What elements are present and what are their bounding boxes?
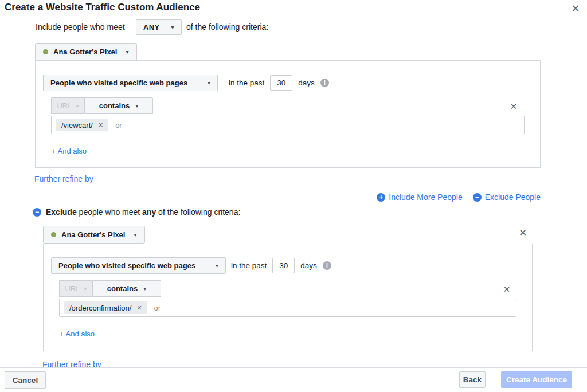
include-more-people-label: Include More People bbox=[389, 193, 462, 202]
chevron-down-icon: ▾ bbox=[208, 80, 210, 86]
url-tag-chip: /viewcart/ ✕ bbox=[56, 119, 108, 131]
plus-circle-icon: + bbox=[377, 193, 385, 202]
operator-value: contains bbox=[99, 101, 130, 110]
pixel-status-dot-icon bbox=[43, 49, 48, 54]
event-type-dropdown-include[interactable]: People who visited specific web pages ▾ bbox=[43, 75, 218, 91]
chevron-down-icon: ▾ bbox=[143, 285, 146, 292]
and-also-link[interactable]: + And also bbox=[60, 330, 95, 338]
days-label: days bbox=[298, 79, 315, 87]
in-the-past-label: in the past bbox=[231, 261, 267, 270]
minus-circle-icon: − bbox=[473, 193, 482, 202]
url-field-label: URL bbox=[65, 284, 80, 293]
pixel-name: Ana Gotter's Pixel bbox=[53, 48, 117, 56]
match-type-dropdown[interactable]: ANY ▾ bbox=[136, 19, 182, 35]
pixel-name: Ana Gotter's Pixel bbox=[61, 230, 125, 239]
pixel-status-dot-icon bbox=[51, 232, 56, 237]
url-field-label: URL bbox=[57, 101, 72, 110]
exclude-section-header: − Exclude people who meet any of the fol… bbox=[33, 207, 240, 217]
operator-dropdown-exclude[interactable]: contains ▾ bbox=[92, 280, 161, 297]
url-value-row: /orderconfirmation/ ✕ bbox=[59, 299, 516, 317]
chevron-down-icon: ▾ bbox=[134, 232, 136, 238]
remove-rule-icon[interactable]: ✕ bbox=[501, 284, 512, 295]
chevron-down-icon: ▾ bbox=[84, 285, 87, 292]
create-audience-button[interactable]: Create Audience bbox=[501, 371, 572, 388]
chevron-down-icon: ▾ bbox=[126, 49, 128, 55]
and-also-link[interactable]: + And also bbox=[52, 147, 87, 155]
dialog-title: Create a Website Traffic Custom Audience bbox=[5, 2, 200, 13]
include-prefix-text: Include people who meet bbox=[36, 22, 125, 32]
audience-actions-row: + Include More People − Exclude People bbox=[377, 193, 541, 202]
info-icon[interactable]: i bbox=[323, 261, 331, 270]
event-type-dropdown-exclude[interactable]: People who visited specific web pages ▾ bbox=[51, 257, 226, 274]
operator-value: contains bbox=[107, 284, 138, 293]
header-divider bbox=[0, 19, 587, 19]
url-value-row: /viewcart/ ✕ bbox=[51, 116, 525, 134]
event-type-value: People who visited specific web pages bbox=[50, 79, 187, 87]
cancel-button[interactable]: Cancel bbox=[5, 371, 46, 389]
match-type-value: ANY bbox=[143, 23, 160, 32]
days-input-include[interactable] bbox=[270, 75, 292, 91]
back-button[interactable]: Back bbox=[459, 371, 486, 388]
exclude-header-text: Exclude people who meet any of the follo… bbox=[46, 207, 240, 217]
remove-exclude-section-icon[interactable]: ✕ bbox=[516, 226, 530, 240]
pixel-dropdown-exclude[interactable]: Ana Gotter's Pixel ▾ bbox=[43, 226, 145, 244]
chip-remove-icon[interactable]: ✕ bbox=[136, 304, 142, 312]
chevron-down-icon: ▾ bbox=[76, 103, 79, 109]
pixel-dropdown-include[interactable]: Ana Gotter's Pixel ▾ bbox=[35, 43, 137, 61]
url-field-dropdown[interactable]: URL ▾ bbox=[51, 97, 84, 114]
exclude-people-link[interactable]: − Exclude People bbox=[473, 193, 541, 202]
close-icon[interactable]: ✕ bbox=[568, 1, 583, 16]
further-refine-link-include[interactable]: Further refine by bbox=[34, 174, 93, 183]
url-input[interactable] bbox=[154, 304, 511, 312]
chip-remove-icon[interactable]: ✕ bbox=[98, 121, 103, 129]
include-more-people-link[interactable]: + Include More People bbox=[377, 193, 462, 202]
in-the-past-label: in the past bbox=[229, 79, 264, 87]
info-icon[interactable]: i bbox=[320, 79, 329, 87]
event-type-value: People who visited specific web pages bbox=[58, 261, 195, 270]
dialog-footer: Cancel Back Create Audience bbox=[0, 367, 587, 392]
url-field-dropdown[interactable]: URL ▾ bbox=[59, 280, 92, 297]
url-tag-chip: /orderconfirmation/ ✕ bbox=[64, 301, 147, 314]
chevron-down-icon: ▾ bbox=[171, 24, 174, 30]
days-label: days bbox=[300, 261, 317, 270]
url-tag-text: /viewcart/ bbox=[61, 121, 93, 130]
remove-rule-icon[interactable]: ✕ bbox=[508, 101, 519, 112]
operator-dropdown-include[interactable]: contains ▾ bbox=[84, 97, 153, 114]
include-suffix-text: of the following criteria: bbox=[186, 22, 268, 32]
chevron-down-icon: ▾ bbox=[135, 103, 138, 109]
days-input-exclude[interactable] bbox=[272, 258, 295, 273]
url-tag-text: /orderconfirmation/ bbox=[69, 304, 131, 312]
chevron-down-icon: ▾ bbox=[216, 262, 218, 269]
minus-circle-icon: − bbox=[33, 208, 41, 217]
url-input[interactable] bbox=[115, 121, 519, 130]
create-custom-audience-dialog: Create a Website Traffic Custom Audience… bbox=[0, 0, 587, 392]
exclude-people-label: Exclude People bbox=[485, 193, 541, 202]
